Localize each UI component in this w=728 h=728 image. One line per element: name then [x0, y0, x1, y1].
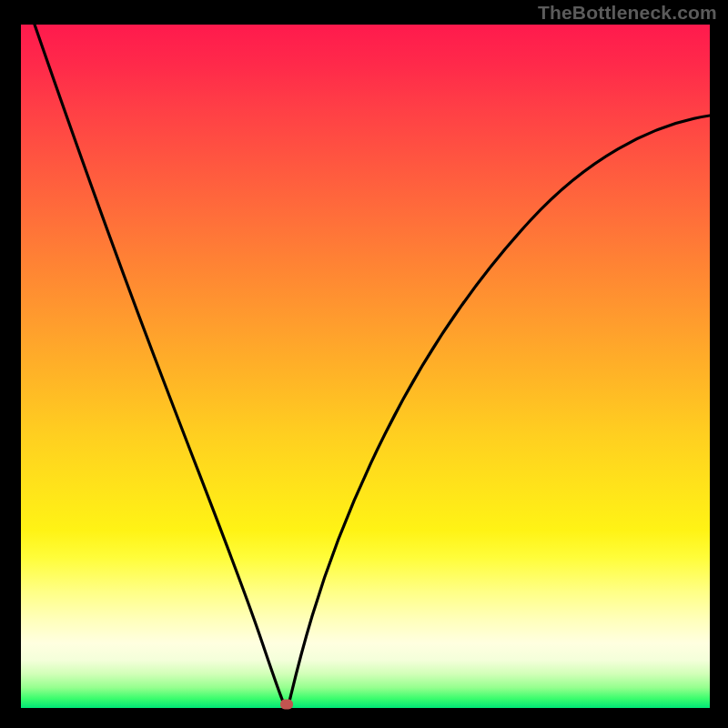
attribution-label: TheBottleneck.com [538, 2, 717, 24]
plot-area [21, 25, 710, 708]
curve-layer [21, 25, 710, 708]
minimum-marker [280, 700, 293, 710]
chart-frame: TheBottleneck.com [0, 0, 728, 728]
curve-right [288, 116, 710, 705]
curve-left [35, 25, 285, 705]
